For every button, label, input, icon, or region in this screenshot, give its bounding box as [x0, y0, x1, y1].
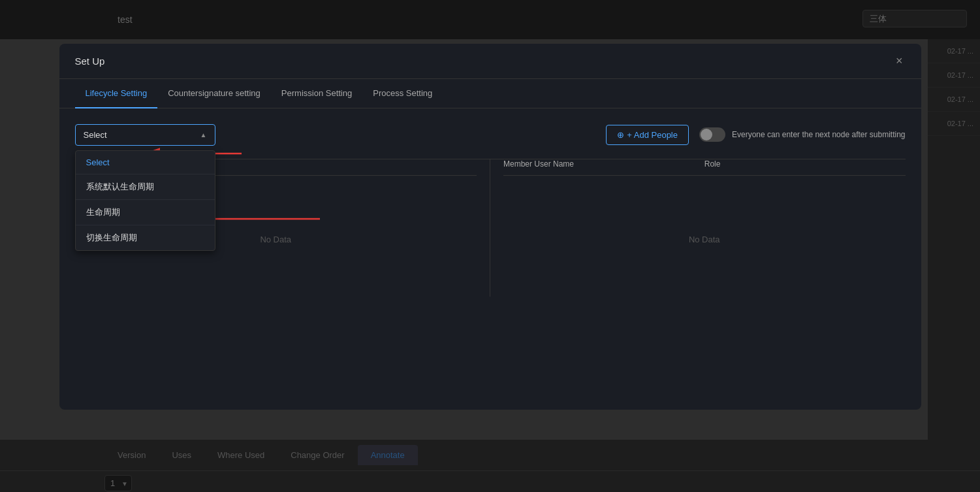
dropdown-option-lifecycle[interactable]: 生命周期 — [76, 200, 215, 225]
tab-process-setting[interactable]: Process Setting — [362, 79, 443, 108]
everyone-toggle[interactable] — [699, 127, 725, 142]
toggle-container: Everyone can enter the next node after s… — [699, 127, 906, 142]
setup-modal: Set Up × Lifecycle Setting Countersignat… — [59, 44, 921, 410]
dropdown-option-select[interactable]: Select — [76, 151, 215, 174]
tab-lifecycle-setting[interactable]: Lifecycle Setting — [75, 79, 158, 108]
table-right: Member User Name Role No Data — [490, 159, 906, 297]
modal-title: Set Up — [75, 56, 105, 67]
add-people-button[interactable]: ⊕ + Add People — [606, 125, 689, 145]
table-right-no-data: No Data — [503, 182, 906, 297]
col-header-member: Member User Name — [503, 159, 704, 169]
toggle-label: Everyone can enter the next node after s… — [732, 130, 906, 139]
modal-tabs: Lifecycle Setting Countersignature setti… — [59, 79, 921, 108]
toggle-knob — [701, 129, 712, 140]
modal-overlay: Set Up × Lifecycle Setting Countersignat… — [0, 0, 980, 492]
tab-permission-setting[interactable]: Permission Setting — [271, 79, 362, 108]
dropdown-option-system-lifecycle[interactable]: 系统默认生命周期 — [76, 174, 215, 199]
add-people-icon: ⊕ — [617, 130, 624, 140]
select-chevron-icon: ▲ — [200, 131, 207, 139]
lifecycle-dropdown-menu: Select 系统默认生命周期 生命周期 切换生命周期 — [75, 150, 215, 251]
controls-row: Select ▲ Select 系统默认生命周期 生命周期 切换生命周期 — [75, 124, 906, 146]
modal-close-button[interactable]: × — [893, 54, 906, 68]
modal-body: Select ▲ Select 系统默认生命周期 生命周期 切换生命周期 — [59, 108, 921, 312]
add-people-label: + Add People — [627, 130, 678, 140]
modal-header: Set Up × — [59, 44, 921, 79]
dropdown-option-switch-lifecycle[interactable]: 切换生命周期 — [76, 225, 215, 250]
tab-countersignature-setting[interactable]: Countersignature setting — [157, 79, 271, 108]
lifecycle-select-container: Select ▲ Select 系统默认生命周期 生命周期 切换生命周期 — [75, 124, 215, 146]
col-header-role: Role — [704, 159, 906, 169]
select-value: Select — [84, 130, 107, 140]
table-header-right: Member User Name Role — [503, 159, 906, 176]
lifecycle-select-trigger[interactable]: Select ▲ — [75, 124, 215, 146]
